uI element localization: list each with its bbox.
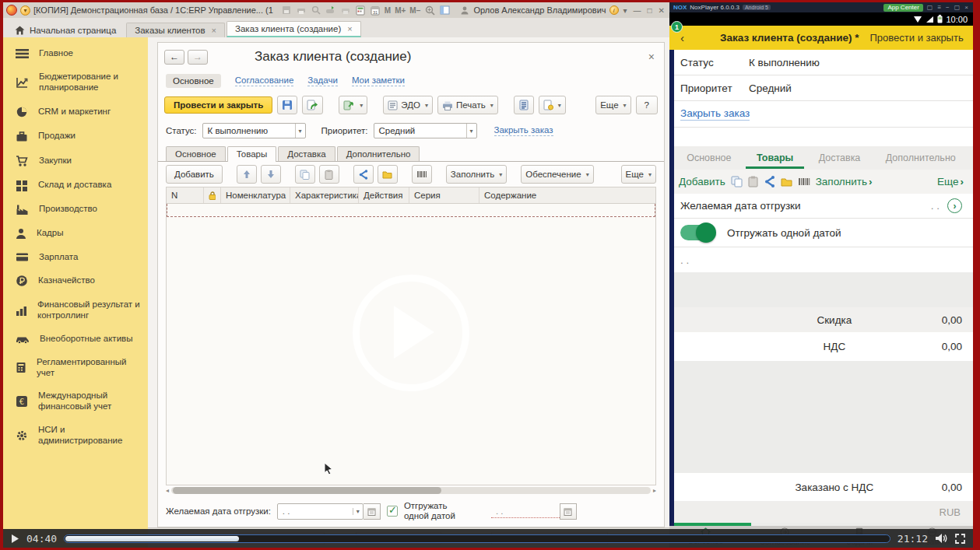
single-date-toggle[interactable] [680,225,715,240]
sidebar-item-warehouse[interactable]: Склад и доставка [3,173,148,198]
print-icon[interactable] [296,5,307,16]
navtab-approval[interactable]: Согласование [235,75,294,86]
play-icon[interactable] [11,534,19,544]
mobile-empty-date-row[interactable]: . . [669,247,973,272]
calc-m-button[interactable]: M [385,6,391,15]
copy-icon[interactable] [731,176,743,187]
sidebar-item-ifrs[interactable]: € Международный финансовый учет [3,384,148,419]
barcode-icon[interactable] [798,177,810,187]
navtab-notes[interactable]: Мои заметки [352,75,405,86]
copy-row-button[interactable] [295,165,315,184]
tab-close-icon[interactable]: × [347,24,352,33]
nox-menu-icon[interactable]: ≡ [936,4,942,11]
navtab-tasks[interactable]: Задачи [307,75,338,86]
zoom-icon[interactable] [424,5,435,16]
panels-icon[interactable] [439,5,450,16]
new-row-placeholder[interactable] [167,204,655,217]
add-row-button[interactable]: Добавить [166,165,223,184]
single-date-calendar-button[interactable] [560,503,577,520]
save-button[interactable] [277,96,297,114]
calc-m-minus-button[interactable]: M− [409,6,420,15]
items-table-body[interactable] [166,204,656,485]
col-lock[interactable] [204,187,221,203]
linked-docs-button[interactable] [353,165,374,184]
scroll-left-icon[interactable]: ◂ [166,487,169,494]
minimize-button[interactable]: — [632,6,643,15]
mobile-status-field[interactable]: Статус К выполнению [669,50,973,75]
hscroll-thumb[interactable] [173,487,441,494]
seek-bar[interactable] [64,534,890,543]
folder-icon[interactable] [781,177,792,187]
tab-orders-list[interactable]: Заказы клиентов × [126,23,225,37]
back-button[interactable]: ← [164,50,184,65]
mobile-post-and-close-button[interactable]: Провести и закрыть [870,32,964,44]
sidebar-item-regulated-accounting[interactable]: Регламентированный учет [3,351,148,385]
single-date-input[interactable]: . . [491,503,577,520]
calc-m-plus-button[interactable]: M+ [395,6,406,15]
calendar-icon[interactable]: 31 [370,5,381,16]
forward-button[interactable]: → [188,50,208,65]
move-down-button[interactable] [261,165,281,184]
share-icon[interactable] [764,176,775,187]
sectab-additional[interactable]: Дополнительно [337,146,420,161]
hscroll-track[interactable] [171,487,651,494]
mobile-fill-button[interactable]: Заполнить [816,176,873,187]
ship-date-input[interactable]: . .▾ [277,503,364,520]
post-document-button[interactable] [302,96,323,114]
volume-icon[interactable] [935,533,948,544]
col-nomenclature[interactable]: Номенклатура [221,187,290,203]
form-more-button[interactable]: Еще [595,96,631,114]
preview-icon[interactable] [311,5,321,16]
attach-icon[interactable] [325,5,336,16]
nox-minimize-button[interactable]: − [945,4,950,11]
print-button[interactable]: Печать [437,96,498,114]
priority-select[interactable]: Средний▾ [374,123,477,138]
sidebar-item-purchases[interactable]: Закупки [3,149,148,173]
reports-button[interactable] [514,96,534,114]
sidebar-item-fin-result[interactable]: Финансовый результат и контроллинг [3,293,148,328]
sidebar-item-noncurrent-assets[interactable]: Внеоборотные активы [3,328,148,351]
sectab-delivery[interactable]: Доставка [278,146,335,161]
col-actions[interactable]: Действия [359,187,409,203]
main-menu-icon[interactable]: ▾ [20,5,30,16]
mobile-close-order-link[interactable]: Закрыть заказ [680,107,750,121]
user-area[interactable]: Орлов Александр Владимирович i ▾ [459,5,628,16]
calculator-icon[interactable] [355,5,366,16]
help-button[interactable]: ? [636,96,658,114]
nox-window-icon[interactable]: ▢ [926,4,934,11]
scroll-right-icon[interactable]: ▸ [653,487,656,494]
close-order-link[interactable]: Закрыть заказ [494,125,553,136]
post-and-close-button[interactable]: Провести и закрыть [164,96,272,114]
fill-button[interactable]: Заполнить [446,165,507,184]
sidebar-item-sales[interactable]: Продажи [3,124,148,149]
sidebar-item-budgeting[interactable]: Бюджетирование и планирование [3,65,148,100]
lock-folder-button[interactable] [378,165,398,184]
close-button[interactable]: ✕ [657,6,666,15]
nox-close-button[interactable]: × [964,4,969,11]
table-hscrollbar[interactable]: ◂ ▸ [166,485,656,496]
table-more-button[interactable]: Еще [621,165,656,184]
sidebar-item-payroll[interactable]: Зарплата [3,246,148,269]
sidebar-item-production[interactable]: Производство [3,198,148,222]
mobile-more-button[interactable]: Еще [937,176,964,187]
paste-icon[interactable] [748,176,758,187]
col-characteristic[interactable]: Характеристика [290,187,359,203]
kebab-menu-icon[interactable]: ⋮ [970,32,973,44]
save-icon[interactable] [281,5,292,16]
sidebar-item-admin[interactable]: НСИ и администрирование [3,419,148,453]
sidebar-item-main[interactable]: Главное [3,42,148,65]
attached-files-button[interactable] [539,96,566,114]
create-based-on-button[interactable] [339,96,367,114]
sidebar-item-crm[interactable]: CRM и маркетинг [3,100,148,124]
status-select[interactable]: К выполнению▾ [202,123,306,138]
col-series[interactable]: Серия [409,187,479,203]
chevron-right-circle-icon[interactable]: › [947,198,962,213]
tab-close-icon[interactable]: × [212,26,216,35]
fullscreen-icon[interactable] [955,534,965,544]
ship-date-calendar-button[interactable] [364,503,381,520]
mobile-tab-main[interactable]: Основное [687,152,731,163]
info-icon[interactable]: i [609,5,619,15]
mobile-ship-date-field[interactable]: Желаемая дата отгрузки . . › [669,194,973,219]
mobile-tab-goods[interactable]: Товары [757,152,793,163]
navtab-main[interactable]: Основное [166,74,221,88]
